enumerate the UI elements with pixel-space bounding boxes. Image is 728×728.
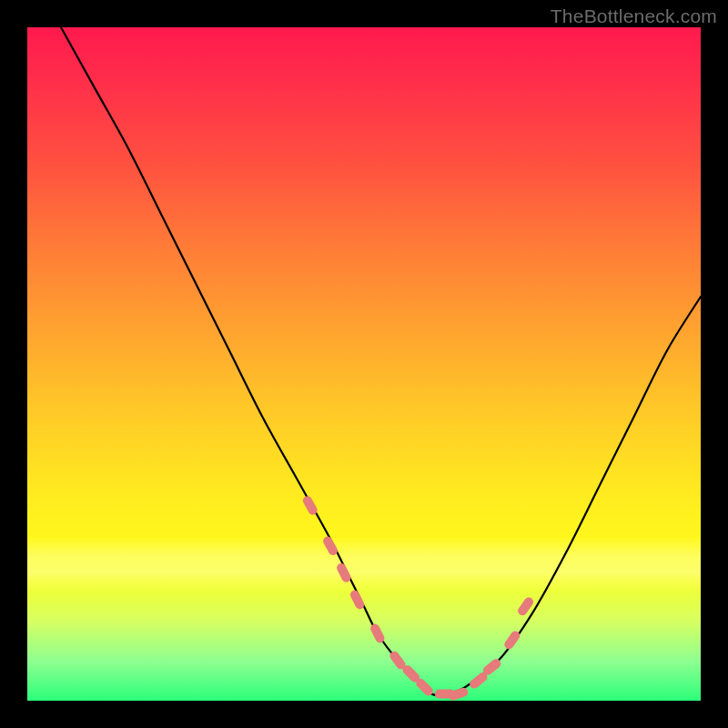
bottleneck-curve xyxy=(61,27,701,695)
marker-point xyxy=(321,535,339,557)
marker-point xyxy=(448,686,470,701)
marker-point xyxy=(335,561,352,583)
marker-point xyxy=(369,622,386,644)
marker-layer xyxy=(301,494,535,701)
chart-svg xyxy=(27,27,701,701)
chart-frame: TheBottleneck.com xyxy=(0,0,728,728)
watermark-label: TheBottleneck.com xyxy=(551,5,717,27)
curve-layer xyxy=(61,27,701,695)
marker-point xyxy=(349,589,366,611)
